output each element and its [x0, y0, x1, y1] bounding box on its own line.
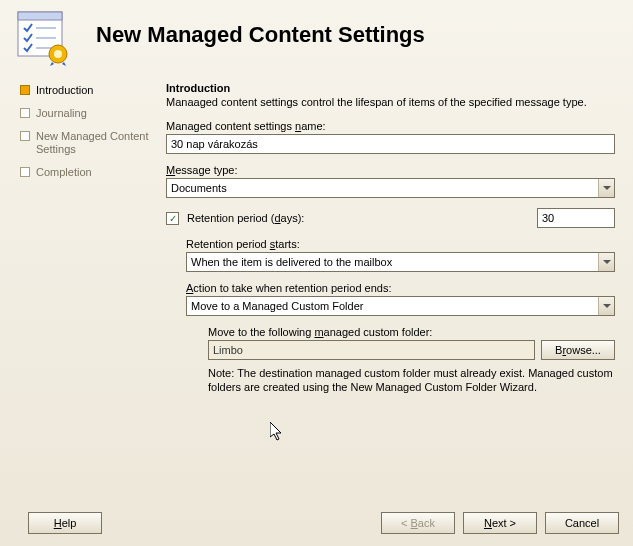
- nav-step-marker-icon: [20, 131, 30, 141]
- custom-folder-note: Note: The destination managed custom fol…: [208, 366, 615, 394]
- settings-name-input[interactable]: 30 nap várakozás: [166, 134, 615, 154]
- nav-item-new-managed-content-settings: New Managed Content Settings: [20, 130, 154, 156]
- retention-starts-select[interactable]: When the item is delivered to the mailbo…: [186, 252, 615, 272]
- intro-text: Manaaged content settings control the li…: [166, 96, 615, 108]
- nav-step-marker-icon: [20, 108, 30, 118]
- retention-days-input[interactable]: [537, 208, 615, 228]
- retention-action-label: Action to take when retention period end…: [186, 282, 615, 294]
- nav-step-marker-icon: [20, 167, 30, 177]
- wizard-icon: [14, 10, 70, 66]
- move-to-folder-label: Move to the following managed custom fol…: [208, 326, 615, 338]
- chevron-down-icon[interactable]: [598, 253, 614, 271]
- nav-item-journaling: Journaling: [20, 107, 154, 120]
- message-type-label: Message type:: [166, 164, 615, 176]
- retention-period-checkbox[interactable]: ✓: [166, 212, 179, 225]
- wizard-nav: Introduction Journaling New Managed Cont…: [0, 70, 162, 500]
- nav-step-marker-icon: [20, 85, 30, 95]
- back-button: < Back: [381, 512, 455, 534]
- svg-point-6: [54, 50, 62, 58]
- wizard-main: Introduction Manaaged content settings c…: [162, 70, 633, 500]
- cancel-button[interactable]: Cancel: [545, 512, 619, 534]
- retention-starts-label: Retention period starts:: [186, 238, 615, 250]
- help-button[interactable]: Help: [28, 512, 102, 534]
- nav-item-introduction: Introduction: [20, 84, 154, 97]
- settings-name-label: Managed content settings name:: [166, 120, 615, 132]
- nav-item-completion: Completion: [20, 166, 154, 179]
- chevron-down-icon[interactable]: [598, 179, 614, 197]
- wizard-header: New Managed Content Settings: [0, 0, 633, 66]
- svg-rect-1: [18, 12, 62, 20]
- next-button[interactable]: Next >: [463, 512, 537, 534]
- chevron-down-icon[interactable]: [598, 297, 614, 315]
- wizard-footer: Help < Back Next > Cancel: [0, 506, 633, 546]
- message-type-select[interactable]: Documents: [166, 178, 615, 198]
- retention-period-label: Retention period (days):: [187, 212, 537, 224]
- browse-button[interactable]: Browse...: [541, 340, 615, 360]
- section-title: Introduction: [166, 82, 615, 94]
- custom-folder-input: Limbo: [208, 340, 535, 360]
- retention-action-select[interactable]: Move to a Managed Custom Folder: [186, 296, 615, 316]
- wizard-title: New Managed Content Settings: [96, 22, 425, 48]
